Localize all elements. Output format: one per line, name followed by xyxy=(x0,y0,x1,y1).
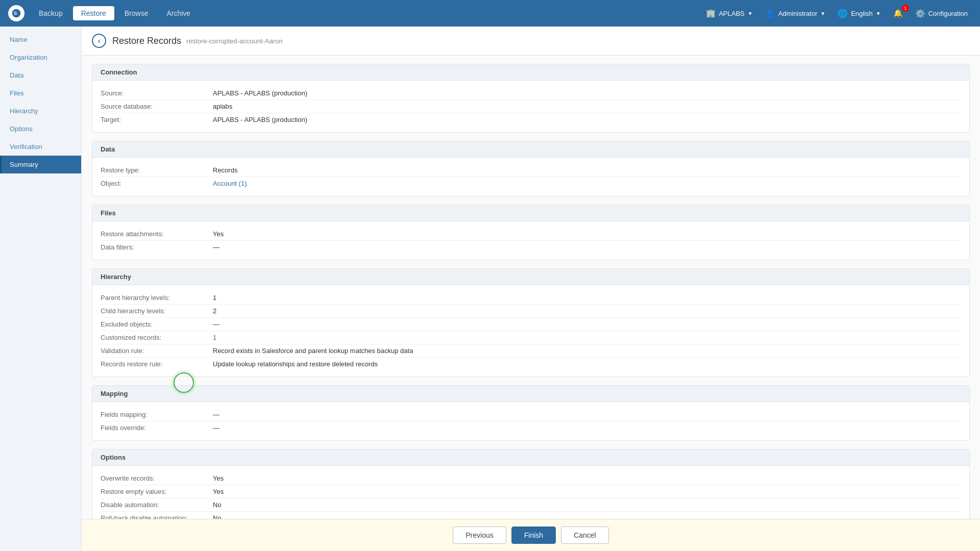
page-title: Restore Records xyxy=(112,36,181,46)
mapping-body: Fields mapping: — Fields override: — xyxy=(92,402,969,440)
configuration-button[interactable]: Configuration xyxy=(911,7,972,20)
page-header: ‹ Restore Records restore-corrupted-acco… xyxy=(82,27,980,56)
field-row: Source: APLABS - APLABS (production) xyxy=(101,87,961,100)
field-row: Child hierarchy levels: 2 xyxy=(101,305,961,318)
notification-badge: 1 xyxy=(902,5,909,12)
field-label: Records restore rule: xyxy=(101,360,213,368)
field-label: Validation rule: xyxy=(101,347,213,355)
sidebar-item-summary[interactable]: Summary xyxy=(0,156,81,173)
sidebar-item-files[interactable]: Files xyxy=(0,84,81,102)
field-row: Fields override: — xyxy=(101,421,961,434)
data-body: Restore type: Records Object: Account (1… xyxy=(92,158,969,196)
field-value: Yes xyxy=(213,488,961,495)
field-row: Validation rule: Record exists in Salesf… xyxy=(101,344,961,358)
footer: Previous Finish Cancel xyxy=(82,519,980,551)
options-section: Options Overwrite records: Yes Restore e… xyxy=(92,449,970,519)
field-label: Fields override: xyxy=(101,424,213,432)
field-label: Excluded objects: xyxy=(101,320,213,328)
connection-section: Connection Source: APLABS - APLABS (prod… xyxy=(92,64,970,133)
field-value: aplabs xyxy=(213,103,961,110)
field-label: Fields mapping: xyxy=(101,411,213,418)
field-value: Records xyxy=(213,166,961,174)
field-value: Update lookup relationships and restore … xyxy=(213,360,961,368)
topnav: S Backup Restore Browse Archive APLABS ▼… xyxy=(0,0,980,27)
bell-icon xyxy=(893,9,903,18)
previous-button[interactable]: Previous xyxy=(453,527,506,544)
field-label: Source: xyxy=(101,89,213,97)
field-row: Restore type: Records xyxy=(101,164,961,177)
field-label: Child hierarchy levels: xyxy=(101,307,213,315)
field-row: Disable automation: No xyxy=(101,498,961,512)
org-name: APLABS xyxy=(719,10,745,17)
hierarchy-header: Hierarchy xyxy=(92,269,969,285)
field-row: Customized records: 1 xyxy=(101,331,961,344)
sidebar-item-hierarchy[interactable]: Hierarchy xyxy=(0,102,81,120)
gear-icon xyxy=(915,9,925,18)
sidebar-item-name[interactable]: Name xyxy=(0,31,81,48)
field-value: Record exists in Salesforce and parent l… xyxy=(213,347,961,355)
field-label: Overwrite records: xyxy=(101,474,213,482)
sidebar-item-verification[interactable]: Verification xyxy=(0,138,81,156)
config-label: Configuration xyxy=(928,10,968,17)
field-label: Restore attachments: xyxy=(101,230,213,238)
back-button[interactable]: ‹ xyxy=(92,34,106,48)
customized-records-link[interactable]: 1 xyxy=(213,334,961,341)
field-label: Customized records: xyxy=(101,334,213,341)
notification-button[interactable]: 1 xyxy=(889,7,907,20)
org-selector[interactable]: APLABS ▼ xyxy=(702,7,757,20)
hierarchy-body: Parent hierarchy levels: 1 Child hierarc… xyxy=(92,285,969,377)
field-row: Restore empty values: Yes xyxy=(101,485,961,498)
files-body: Restore attachments: Yes Data filters: — xyxy=(92,221,969,260)
cancel-button[interactable]: Cancel xyxy=(561,527,609,544)
hierarchy-section: Hierarchy Parent hierarchy levels: 1 Chi… xyxy=(92,268,970,377)
files-section: Files Restore attachments: Yes Data filt… xyxy=(92,205,970,260)
field-value: — xyxy=(213,320,961,328)
field-label: Restore empty values: xyxy=(101,488,213,495)
field-row: Fields mapping: — xyxy=(101,408,961,421)
tab-archive[interactable]: Archive xyxy=(158,6,199,20)
tab-browse[interactable]: Browse xyxy=(116,6,157,20)
field-value: APLABS - APLABS (production) xyxy=(213,116,961,123)
field-value: — xyxy=(213,411,961,418)
connection-body: Source: APLABS - APLABS (production) Sou… xyxy=(92,81,969,132)
options-body: Overwrite records: Yes Restore empty val… xyxy=(92,466,969,519)
field-row: Object: Account (1) xyxy=(101,177,961,190)
field-label: Disable automation: xyxy=(101,501,213,509)
field-row: Excluded objects: — xyxy=(101,318,961,331)
connection-header: Connection xyxy=(92,64,969,81)
field-value: APLABS - APLABS (production) xyxy=(213,89,961,97)
object-link[interactable]: Account (1) xyxy=(213,180,961,187)
mapping-section: Mapping Fields mapping: — Fields overrid… xyxy=(92,385,970,441)
field-row: Source database: aplabs xyxy=(101,100,961,113)
svg-text:S: S xyxy=(14,11,17,16)
field-value: No xyxy=(213,514,961,519)
field-row: Target: APLABS - APLABS (production) xyxy=(101,113,961,126)
user-selector[interactable]: Administrator ▼ xyxy=(761,7,829,20)
sidebar-item-options[interactable]: Options xyxy=(0,120,81,138)
app-logo[interactable]: S xyxy=(8,5,24,21)
field-value: — xyxy=(213,243,961,251)
sidebar-item-data[interactable]: Data xyxy=(0,66,81,84)
lang-name: English xyxy=(851,10,873,17)
finish-button[interactable]: Finish xyxy=(511,527,556,544)
main-panel: ‹ Restore Records restore-corrupted-acco… xyxy=(82,27,980,551)
org-caret: ▼ xyxy=(748,11,753,16)
field-value: No xyxy=(213,501,961,509)
data-header: Data xyxy=(92,141,969,158)
page-subtitle: restore-corrupted-account-Aaron xyxy=(186,37,283,45)
field-label: Parent hierarchy levels: xyxy=(101,294,213,302)
field-value: Yes xyxy=(213,230,961,238)
org-icon xyxy=(706,9,716,18)
field-value: 2 xyxy=(213,307,961,315)
tab-backup[interactable]: Backup xyxy=(31,6,71,20)
tab-restore[interactable]: Restore xyxy=(73,6,114,20)
field-row: Records restore rule: Update lookup rela… xyxy=(101,358,961,370)
user-icon xyxy=(765,9,775,18)
globe-icon xyxy=(838,9,848,18)
lang-selector[interactable]: English ▼ xyxy=(834,7,885,20)
field-label: Restore type: xyxy=(101,166,213,174)
options-header: Options xyxy=(92,449,969,466)
field-value: 1 xyxy=(213,294,961,302)
field-label: Source database: xyxy=(101,103,213,110)
sidebar-item-organization[interactable]: Organization xyxy=(0,48,81,66)
